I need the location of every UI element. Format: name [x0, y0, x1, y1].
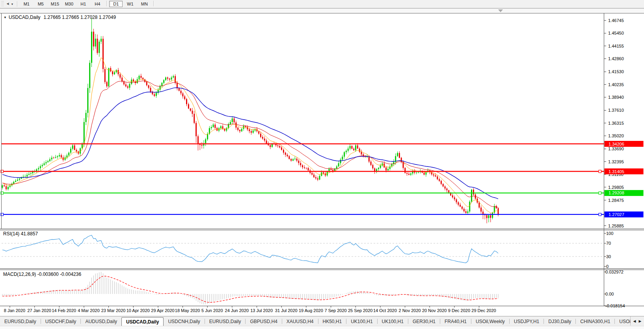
- svg-text:27 Jan 2020: 27 Jan 2020: [27, 308, 51, 313]
- chart-tab-eurusd-daily[interactable]: EURUSD,Daily: [205, 318, 246, 326]
- chart-tab-audusd-daily[interactable]: AUDUSD,Daily: [81, 318, 121, 326]
- timeframe-button-h4[interactable]: H4: [91, 1, 104, 7]
- timeframe-button-mn[interactable]: MN: [138, 1, 151, 7]
- timeframe-button-h1[interactable]: H1: [76, 1, 90, 7]
- svg-text:9 Dec 2020: 9 Dec 2020: [448, 308, 470, 313]
- svg-text:1.32395: 1.32395: [608, 159, 624, 164]
- svg-text:1.34206: 1.34206: [609, 142, 624, 146]
- svg-text:1.27027: 1.27027: [609, 212, 624, 217]
- svg-text:MACD(12,26,9) -0.003600 -0.004: MACD(12,26,9) -0.003600 -0.004236: [3, 272, 81, 277]
- svg-text:1.41530: 1.41530: [608, 69, 624, 74]
- svg-text:1.36315: 1.36315: [608, 121, 624, 126]
- svg-text:14 Oct 2020: 14 Oct 2020: [373, 308, 397, 313]
- chart-tab-gbpusd-h4[interactable]: GBPUSD,H4: [246, 318, 281, 326]
- svg-text:7 Sep 2020: 7 Sep 2020: [324, 308, 346, 313]
- chart-tab-eurusd-daily[interactable]: EURUSD,Daily: [0, 318, 41, 326]
- chart-tab-usdcad-daily[interactable]: USDCAD,Daily: [121, 317, 164, 326]
- svg-text:1.28475: 1.28475: [608, 198, 624, 203]
- chart-tab-dj30-daily[interactable]: DJ30,Daily: [544, 318, 575, 326]
- svg-text:29 Apr 2020: 29 Apr 2020: [151, 308, 174, 313]
- timeframe-button-m30[interactable]: M30: [62, 1, 76, 7]
- svg-text:0: 0: [606, 264, 609, 269]
- toolbar-grip: [1, 1, 4, 7]
- tab-scroll-left-icon[interactable]: ◀: [632, 319, 637, 323]
- chart-tab-ger30-h1[interactable]: GER30,H1: [408, 318, 440, 326]
- svg-text:4 Mar 2020: 4 Mar 2020: [78, 308, 100, 313]
- ohlc-values: 1.27665 1.27665 1.27028 1.27049: [44, 15, 116, 20]
- timeframe-button-d1[interactable]: D1: [109, 1, 123, 7]
- svg-text:18 May 2020: 18 May 2020: [175, 308, 200, 313]
- toolbar-separator: [153, 1, 154, 6]
- chart-tab-hk50-h1[interactable]: HK50,H1: [318, 318, 346, 326]
- svg-text:1.42860: 1.42860: [608, 56, 624, 61]
- chart-canvas[interactable]: RSI(14) 41.8857MACD(12,26,9) -0.003600 -…: [0, 12, 644, 316]
- chart-tab-usoil-weekly[interactable]: USOil,Weekly: [471, 318, 509, 326]
- timeframe-button-m15[interactable]: M15: [48, 1, 61, 7]
- svg-text:1.35020: 1.35020: [608, 133, 624, 138]
- chart-menu-icon[interactable]: ▼: [4, 16, 7, 19]
- svg-text:1.33690: 1.33690: [608, 146, 624, 151]
- svg-text:30: 30: [606, 254, 611, 259]
- svg-text:31 Jul 2020: 31 Jul 2020: [275, 308, 298, 313]
- timeframe-group: M1M5M15M30H1H4D1W1MN: [19, 1, 156, 7]
- svg-text:0.00: 0.00: [605, 292, 614, 296]
- chart-title: ▼USDCAD,Daily1.27665 1.27665 1.27028 1.2…: [4, 15, 116, 20]
- cursor-arrow-icon: ➤: [6, 2, 9, 6]
- chart-tab-fra40-h1[interactable]: FRA40,H1: [440, 318, 471, 326]
- svg-text:14 Feb 2020: 14 Feb 2020: [52, 308, 76, 313]
- svg-text:25 Sep 2020: 25 Sep 2020: [348, 308, 372, 313]
- svg-text:29 Dec 2020: 29 Dec 2020: [471, 308, 496, 313]
- svg-text:1.38940: 1.38940: [608, 95, 624, 100]
- svg-text:10 Apr 2020: 10 Apr 2020: [127, 308, 150, 313]
- svg-text:1.37610: 1.37610: [608, 108, 624, 113]
- svg-text:13 Jul 2020: 13 Jul 2020: [250, 308, 273, 313]
- svg-text:5 Jun 2020: 5 Jun 2020: [201, 308, 223, 313]
- svg-text:1.46745: 1.46745: [608, 18, 624, 23]
- svg-text:0.032972: 0.032972: [605, 270, 624, 274]
- chart-tab-uk100-h1[interactable]: UK100,H1: [378, 318, 408, 326]
- svg-text:1.40235: 1.40235: [608, 82, 624, 87]
- symbol-timeframe-label: USDCAD,Daily: [9, 15, 41, 20]
- svg-text:1.29208: 1.29208: [609, 190, 624, 195]
- svg-text:24 Jun 2020: 24 Jun 2020: [225, 308, 249, 313]
- chart-tab-uk100-h1[interactable]: UK100,H1: [346, 318, 377, 326]
- svg-text:100: 100: [606, 231, 613, 236]
- chevron-down-icon: ▼: [11, 3, 13, 6]
- chart-shift-marker-icon: [498, 9, 503, 12]
- timeframe-button-w1[interactable]: W1: [123, 1, 137, 7]
- status-strip: [0, 326, 644, 329]
- chart-tab-xauusd-h4[interactable]: XAUUSD,H4: [282, 318, 318, 326]
- toolbar-separator: [17, 1, 17, 7]
- chart-tab-usdjpy-h1[interactable]: USDJPY,H1: [510, 318, 543, 326]
- svg-text:-0.018154: -0.018154: [605, 303, 625, 308]
- timeframe-button-m1[interactable]: M1: [20, 1, 33, 7]
- top-toolbar: ➤ ▼ M1M5M15M30H1H4D1W1MN: [0, 0, 644, 8]
- svg-text:70: 70: [606, 241, 611, 246]
- tab-scroll-right-icon[interactable]: ▶: [637, 319, 643, 323]
- chart-tab-china300-h1[interactable]: CHINA300,H1: [576, 318, 614, 326]
- svg-text:1.25885: 1.25885: [608, 224, 624, 228]
- svg-text:8 Jan 2020: 8 Jan 2020: [4, 308, 25, 313]
- chart-tab-usdchf-daily[interactable]: USDCHF,Daily: [41, 318, 81, 326]
- chart-tab-bar: EURUSD,DailyUSDCHF,DailyAUDUSD,DailyUSDC…: [0, 316, 644, 326]
- svg-text:1.44155: 1.44155: [608, 44, 624, 48]
- charts-toolbar-icon[interactable]: ➤ ▼: [6, 2, 13, 6]
- tab-scroll-arrows: ◀ ▶: [630, 316, 644, 325]
- svg-text:RSI(14) 41.8857: RSI(14) 41.8857: [3, 231, 38, 237]
- toolbar-separator: [106, 1, 107, 6]
- svg-text:2 Nov 2020: 2 Nov 2020: [398, 308, 421, 313]
- svg-text:1.29805: 1.29805: [608, 185, 624, 190]
- svg-text:1.45450: 1.45450: [608, 31, 624, 35]
- svg-text:19 Aug 2020: 19 Aug 2020: [299, 308, 323, 313]
- svg-text:1.31405: 1.31405: [609, 169, 624, 174]
- chart-tab-usdcnh-daily[interactable]: USDCNH,Daily: [164, 318, 204, 326]
- svg-text:23 Mar 2020: 23 Mar 2020: [101, 308, 126, 313]
- svg-text:20 Nov 2020: 20 Nov 2020: [422, 308, 447, 313]
- timeframe-button-m5[interactable]: M5: [34, 1, 47, 7]
